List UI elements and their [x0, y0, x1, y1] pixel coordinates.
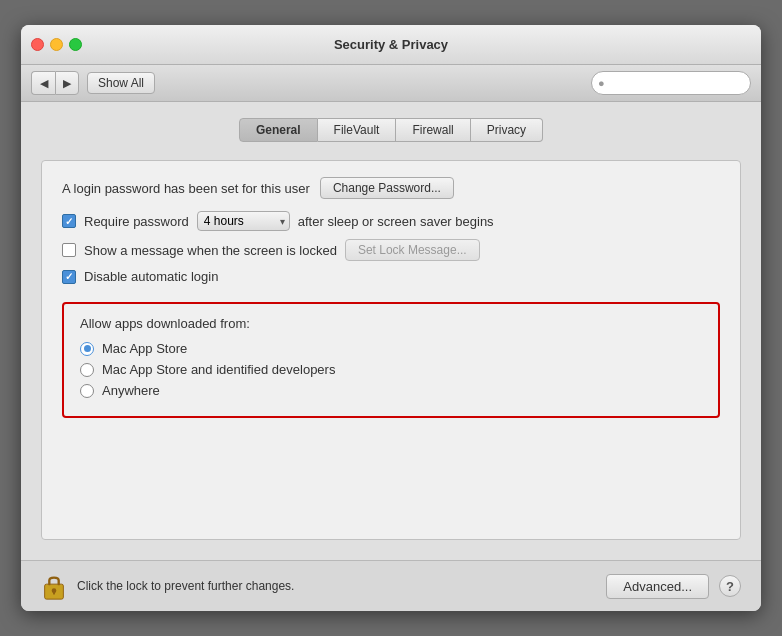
radio-anywhere[interactable]: Anywhere — [80, 383, 702, 398]
main-window: Security & Privacy ◀ ▶ Show All ● Genera… — [21, 25, 761, 611]
radio-mac-app-store[interactable]: Mac App Store — [80, 341, 702, 356]
traffic-lights — [31, 38, 82, 51]
tabs-bar: General FileVault Firewall Privacy — [41, 118, 741, 142]
general-panel: A login password has been set for this u… — [41, 160, 741, 540]
login-password-row: A login password has been set for this u… — [62, 177, 720, 199]
change-password-button[interactable]: Change Password... — [320, 177, 454, 199]
nav-buttons: ◀ ▶ — [31, 71, 79, 95]
disable-login-label: Disable automatic login — [84, 269, 218, 284]
tab-filevault[interactable]: FileVault — [318, 118, 397, 142]
svg-rect-2 — [53, 591, 55, 595]
allow-apps-box: Allow apps downloaded from: Mac App Stor… — [62, 302, 720, 418]
radio-mac-app-store-identified[interactable]: Mac App Store and identified developers — [80, 362, 702, 377]
search-box: ● — [591, 71, 751, 95]
advanced-button[interactable]: Advanced... — [606, 574, 709, 599]
tab-privacy[interactable]: Privacy — [471, 118, 543, 142]
show-all-button[interactable]: Show All — [87, 72, 155, 94]
allow-apps-title: Allow apps downloaded from: — [80, 316, 702, 331]
disable-login-row: Disable automatic login — [62, 269, 720, 284]
require-password-label: Require password — [84, 214, 189, 229]
lock-text: Click the lock to prevent further change… — [77, 579, 596, 593]
close-button[interactable] — [31, 38, 44, 51]
set-lock-message-button[interactable]: Set Lock Message... — [345, 239, 480, 261]
search-icon: ● — [598, 77, 605, 89]
minimize-button[interactable] — [50, 38, 63, 51]
bottom-bar: Click the lock to prevent further change… — [21, 560, 761, 611]
radio-anywhere-label: Anywhere — [102, 383, 160, 398]
tab-firewall[interactable]: Firewall — [396, 118, 470, 142]
login-password-text: A login password has been set for this u… — [62, 181, 310, 196]
disable-login-checkbox[interactable] — [62, 270, 76, 284]
help-button[interactable]: ? — [719, 575, 741, 597]
radio-mac-app-store-button[interactable] — [80, 342, 94, 356]
radio-anywhere-button[interactable] — [80, 384, 94, 398]
maximize-button[interactable] — [69, 38, 82, 51]
search-input[interactable] — [591, 71, 751, 95]
radio-mac-app-store-label: Mac App Store — [102, 341, 187, 356]
require-password-checkbox[interactable] — [62, 214, 76, 228]
titlebar: Security & Privacy — [21, 25, 761, 65]
lock-icon[interactable] — [41, 571, 67, 601]
password-timeout-dropdown[interactable]: 4 hours immediately 5 seconds 1 minute 5… — [197, 211, 290, 231]
show-message-label: Show a message when the screen is locked — [84, 243, 337, 258]
require-password-row: Require password 4 hours immediately 5 s… — [62, 211, 720, 231]
show-message-row: Show a message when the screen is locked… — [62, 239, 720, 261]
radio-mac-app-store-identified-button[interactable] — [80, 363, 94, 377]
show-message-checkbox[interactable] — [62, 243, 76, 257]
forward-button[interactable]: ▶ — [55, 71, 79, 95]
password-timeout-dropdown-wrap: 4 hours immediately 5 seconds 1 minute 5… — [197, 211, 290, 231]
back-button[interactable]: ◀ — [31, 71, 55, 95]
radio-mac-app-store-identified-label: Mac App Store and identified developers — [102, 362, 335, 377]
window-title: Security & Privacy — [334, 37, 448, 52]
content-area: General FileVault Firewall Privacy A log… — [21, 102, 761, 560]
toolbar: ◀ ▶ Show All ● — [21, 65, 761, 102]
tab-general[interactable]: General — [239, 118, 318, 142]
require-password-suffix: after sleep or screen saver begins — [298, 214, 494, 229]
